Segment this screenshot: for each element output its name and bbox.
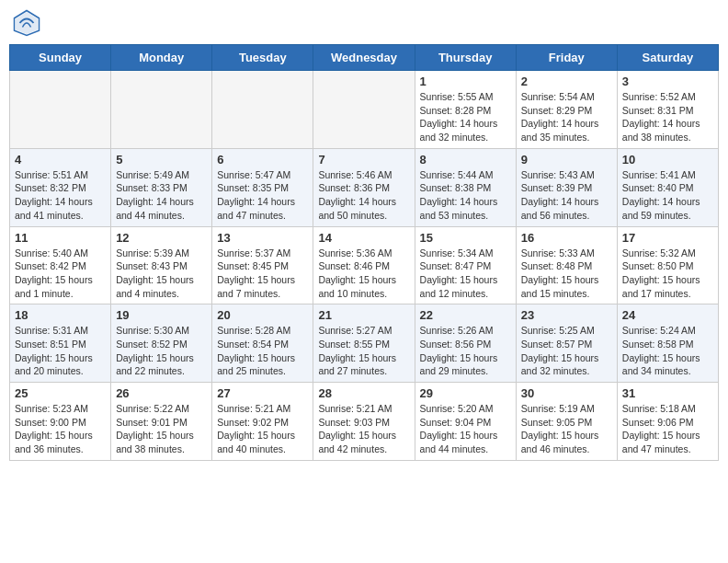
day-number: 26 <box>116 386 207 400</box>
day-info: Sunrise: 5:54 AM Sunset: 8:29 PM Dayligh… <box>521 90 612 144</box>
day-number: 3 <box>622 75 713 88</box>
day-info: Sunrise: 5:43 AM Sunset: 8:39 PM Dayligh… <box>521 168 612 223</box>
day-cell <box>313 71 415 149</box>
day-cell: 27Sunrise: 5:21 AM Sunset: 9:02 PM Dayli… <box>212 383 313 461</box>
day-cell <box>111 71 212 149</box>
weekday-header-sunday: Sunday <box>10 45 111 71</box>
day-cell: 12Sunrise: 5:39 AM Sunset: 8:43 PM Dayli… <box>111 226 212 304</box>
day-info: Sunrise: 5:18 AM Sunset: 9:06 PM Dayligh… <box>622 402 713 456</box>
day-number: 20 <box>217 308 308 322</box>
week-row-2: 4Sunrise: 5:51 AM Sunset: 8:32 PM Daylig… <box>10 148 719 226</box>
day-info: Sunrise: 5:39 AM Sunset: 8:43 PM Dayligh… <box>116 247 207 301</box>
day-cell: 10Sunrise: 5:41 AM Sunset: 8:40 PM Dayli… <box>617 148 718 226</box>
day-cell: 26Sunrise: 5:22 AM Sunset: 9:01 PM Dayli… <box>111 383 212 461</box>
weekday-header-monday: Monday <box>111 45 212 71</box>
day-cell: 7Sunrise: 5:46 AM Sunset: 8:36 PM Daylig… <box>313 148 415 226</box>
day-cell: 13Sunrise: 5:37 AM Sunset: 8:45 PM Dayli… <box>212 226 313 304</box>
day-info: Sunrise: 5:46 AM Sunset: 8:36 PM Dayligh… <box>318 168 409 223</box>
day-number: 12 <box>116 231 207 245</box>
day-number: 31 <box>622 386 713 400</box>
day-info: Sunrise: 5:21 AM Sunset: 9:02 PM Dayligh… <box>217 402 308 456</box>
day-info: Sunrise: 5:26 AM Sunset: 8:56 PM Dayligh… <box>420 324 511 378</box>
day-cell: 9Sunrise: 5:43 AM Sunset: 8:39 PM Daylig… <box>516 148 617 226</box>
weekday-header-thursday: Thursday <box>415 45 516 71</box>
day-info: Sunrise: 5:25 AM Sunset: 8:57 PM Dayligh… <box>521 324 612 378</box>
calendar-table: SundayMondayTuesdayWednesdayThursdayFrid… <box>9 44 719 461</box>
weekday-header-row: SundayMondayTuesdayWednesdayThursdayFrid… <box>10 45 719 71</box>
day-number: 4 <box>15 153 106 167</box>
day-info: Sunrise: 5:19 AM Sunset: 9:05 PM Dayligh… <box>521 402 612 456</box>
day-cell: 20Sunrise: 5:28 AM Sunset: 8:54 PM Dayli… <box>212 304 313 383</box>
day-cell <box>212 71 313 149</box>
day-info: Sunrise: 5:20 AM Sunset: 9:04 PM Dayligh… <box>420 402 511 456</box>
day-cell: 29Sunrise: 5:20 AM Sunset: 9:04 PM Dayli… <box>415 383 516 461</box>
day-info: Sunrise: 5:40 AM Sunset: 8:42 PM Dayligh… <box>15 247 106 301</box>
day-cell: 24Sunrise: 5:24 AM Sunset: 8:58 PM Dayli… <box>617 304 718 383</box>
day-number: 2 <box>521 75 612 88</box>
day-cell: 18Sunrise: 5:31 AM Sunset: 8:51 PM Dayli… <box>10 304 111 383</box>
day-number: 14 <box>318 231 409 245</box>
week-row-1: 1Sunrise: 5:55 AM Sunset: 8:28 PM Daylig… <box>10 71 719 149</box>
day-number: 27 <box>217 386 308 400</box>
day-cell: 15Sunrise: 5:34 AM Sunset: 8:47 PM Dayli… <box>415 226 516 304</box>
day-cell: 25Sunrise: 5:23 AM Sunset: 9:00 PM Dayli… <box>10 383 111 461</box>
day-number: 25 <box>15 386 106 400</box>
week-row-4: 18Sunrise: 5:31 AM Sunset: 8:51 PM Dayli… <box>10 304 719 383</box>
day-cell: 14Sunrise: 5:36 AM Sunset: 8:46 PM Dayli… <box>313 226 415 304</box>
page-header <box>9 9 719 37</box>
day-number: 6 <box>217 153 308 167</box>
day-number: 5 <box>116 153 207 167</box>
day-info: Sunrise: 5:33 AM Sunset: 8:48 PM Dayligh… <box>521 247 612 301</box>
day-info: Sunrise: 5:22 AM Sunset: 9:01 PM Dayligh… <box>116 402 207 456</box>
day-info: Sunrise: 5:23 AM Sunset: 9:00 PM Dayligh… <box>15 402 106 456</box>
day-number: 23 <box>521 308 612 322</box>
day-info: Sunrise: 5:49 AM Sunset: 8:33 PM Dayligh… <box>116 168 207 223</box>
day-number: 7 <box>318 153 409 167</box>
day-cell: 6Sunrise: 5:47 AM Sunset: 8:35 PM Daylig… <box>212 148 313 226</box>
day-number: 28 <box>318 386 409 400</box>
weekday-header-tuesday: Tuesday <box>212 45 313 71</box>
day-number: 8 <box>420 153 511 167</box>
day-number: 30 <box>521 386 612 400</box>
week-row-5: 25Sunrise: 5:23 AM Sunset: 9:00 PM Dayli… <box>10 383 719 461</box>
day-number: 15 <box>420 231 511 245</box>
day-cell: 11Sunrise: 5:40 AM Sunset: 8:42 PM Dayli… <box>10 226 111 304</box>
day-number: 11 <box>15 231 106 245</box>
day-number: 1 <box>420 75 511 88</box>
day-number: 9 <box>521 153 612 167</box>
day-info: Sunrise: 5:51 AM Sunset: 8:32 PM Dayligh… <box>15 168 106 223</box>
day-number: 19 <box>116 308 207 322</box>
day-info: Sunrise: 5:21 AM Sunset: 9:03 PM Dayligh… <box>318 402 409 456</box>
day-info: Sunrise: 5:30 AM Sunset: 8:52 PM Dayligh… <box>116 324 207 378</box>
day-cell: 8Sunrise: 5:44 AM Sunset: 8:38 PM Daylig… <box>415 148 516 226</box>
weekday-header-wednesday: Wednesday <box>313 45 415 71</box>
day-info: Sunrise: 5:55 AM Sunset: 8:28 PM Dayligh… <box>420 90 511 144</box>
logo-icon <box>13 9 40 37</box>
day-number: 10 <box>622 153 713 167</box>
day-number: 24 <box>622 308 713 322</box>
day-cell: 28Sunrise: 5:21 AM Sunset: 9:03 PM Dayli… <box>313 383 415 461</box>
day-info: Sunrise: 5:27 AM Sunset: 8:55 PM Dayligh… <box>318 324 409 378</box>
day-info: Sunrise: 5:32 AM Sunset: 8:50 PM Dayligh… <box>622 247 713 301</box>
day-cell: 17Sunrise: 5:32 AM Sunset: 8:50 PM Dayli… <box>617 226 718 304</box>
day-cell: 30Sunrise: 5:19 AM Sunset: 9:05 PM Dayli… <box>516 383 617 461</box>
weekday-header-saturday: Saturday <box>617 45 718 71</box>
day-cell <box>10 71 111 149</box>
day-cell: 21Sunrise: 5:27 AM Sunset: 8:55 PM Dayli… <box>313 304 415 383</box>
day-info: Sunrise: 5:31 AM Sunset: 8:51 PM Dayligh… <box>15 324 106 378</box>
day-cell: 1Sunrise: 5:55 AM Sunset: 8:28 PM Daylig… <box>415 71 516 149</box>
week-row-3: 11Sunrise: 5:40 AM Sunset: 8:42 PM Dayli… <box>10 226 719 304</box>
weekday-header-friday: Friday <box>516 45 617 71</box>
day-info: Sunrise: 5:41 AM Sunset: 8:40 PM Dayligh… <box>622 168 713 223</box>
day-cell: 5Sunrise: 5:49 AM Sunset: 8:33 PM Daylig… <box>111 148 212 226</box>
day-number: 13 <box>217 231 308 245</box>
day-info: Sunrise: 5:47 AM Sunset: 8:35 PM Dayligh… <box>217 168 308 223</box>
day-number: 22 <box>420 308 511 322</box>
day-cell: 19Sunrise: 5:30 AM Sunset: 8:52 PM Dayli… <box>111 304 212 383</box>
day-number: 21 <box>318 308 409 322</box>
day-info: Sunrise: 5:44 AM Sunset: 8:38 PM Dayligh… <box>420 168 511 223</box>
day-cell: 4Sunrise: 5:51 AM Sunset: 8:32 PM Daylig… <box>10 148 111 226</box>
day-info: Sunrise: 5:28 AM Sunset: 8:54 PM Dayligh… <box>217 324 308 378</box>
day-info: Sunrise: 5:52 AM Sunset: 8:31 PM Dayligh… <box>622 90 713 144</box>
day-info: Sunrise: 5:37 AM Sunset: 8:45 PM Dayligh… <box>217 247 308 301</box>
